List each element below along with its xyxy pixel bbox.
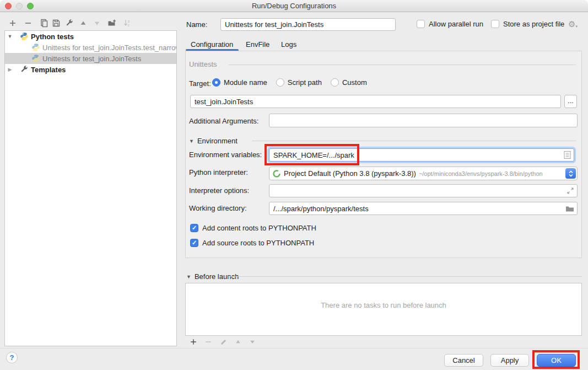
conda-environment-icon — [272, 169, 281, 178]
arrow-down-icon — [249, 339, 256, 345]
minimize-window-button[interactable] — [16, 3, 23, 9]
chevron-down-icon: ▼ — [7, 34, 13, 39]
move-down-button[interactable] — [91, 18, 103, 29]
checkbox-icon — [417, 20, 425, 28]
add-content-roots-checkbox[interactable]: Add content roots to PYTHONPATH — [190, 224, 316, 232]
save-icon — [52, 19, 61, 28]
svg-text:z: z — [128, 23, 130, 27]
move-up-button[interactable] — [77, 18, 89, 29]
store-as-project-file-checkbox[interactable]: Store as project file — [491, 20, 564, 28]
tree-item-python-tests[interactable]: ▼ Python tests — [5, 31, 176, 42]
new-folder-button[interactable] — [106, 18, 118, 29]
python-icon — [31, 54, 40, 63]
tab-configuration[interactable]: Configuration — [191, 39, 233, 50]
python-interpreter-value: Project Default (Python 3.8 (pyspark-3.8… — [284, 169, 416, 178]
target-input[interactable]: test_join.JoinTests — [190, 95, 561, 108]
allow-parallel-run-checkbox[interactable]: Allow parallel run — [417, 20, 483, 28]
save-configuration-button[interactable] — [50, 18, 62, 29]
python-icon — [20, 32, 29, 41]
interpreter-options-label: Interpreter options: — [189, 186, 249, 195]
edit-templates-button[interactable] — [63, 18, 75, 29]
tab-envfile[interactable]: EnvFile — [246, 39, 269, 50]
move-task-up-button[interactable] — [232, 337, 244, 347]
section-separator — [228, 276, 582, 277]
zoom-window-button[interactable] — [27, 3, 34, 9]
checkbox-checked-icon — [190, 239, 198, 247]
configuration-panel: Unittests Target: Module name Script pat… — [185, 51, 582, 258]
radio-module-name[interactable]: Module name — [212, 78, 267, 87]
radio-module-name-label: Module name — [224, 78, 267, 87]
expand-icon — [567, 187, 574, 195]
store-options-button[interactable]: ⚙▾ — [568, 20, 578, 29]
working-directory-label: Working directory: — [189, 204, 247, 212]
pencil-icon — [220, 338, 228, 346]
allow-parallel-run-label: Allow parallel run — [429, 20, 483, 28]
add-task-button[interactable] — [187, 337, 199, 347]
target-label: Target: — [189, 79, 211, 88]
tree-item-label: Unittests for test_join.JoinTests — [42, 55, 141, 63]
browse-target-button[interactable]: ... — [564, 95, 577, 108]
python-interpreter-label: Python interpreter: — [189, 168, 248, 176]
copy-configuration-button[interactable] — [38, 18, 50, 29]
additional-arguments-label: Additional Arguments: — [189, 117, 258, 125]
remove-configuration-button[interactable] — [22, 18, 34, 29]
radio-script-path-label: Script path — [288, 78, 322, 87]
minus-icon — [204, 338, 212, 346]
name-value: Unittests for test_join.JoinTests — [225, 20, 323, 29]
configurations-tree: ▼ Python tests Unittests for test_join.J… — [4, 30, 177, 346]
chevron-right-icon: ▶ — [7, 67, 13, 72]
add-configuration-button[interactable] — [7, 18, 19, 29]
radio-icon — [276, 78, 284, 87]
tree-item-label: Templates — [31, 66, 66, 74]
combo-stepper-button[interactable] — [565, 168, 576, 179]
expand-field-button[interactable] — [567, 187, 574, 195]
interpreter-options-input[interactable] — [269, 184, 578, 197]
edit-task-button[interactable] — [218, 337, 230, 347]
environment-section-header[interactable]: ▼ Environment — [189, 137, 238, 145]
gear-icon: ⚙ — [568, 19, 575, 29]
additional-arguments-input[interactable] — [269, 114, 578, 127]
up-down-chevrons-icon — [568, 170, 574, 178]
ok-button[interactable]: OK — [537, 354, 576, 367]
chevron-down-icon: ▼ — [186, 274, 191, 280]
wrench-icon — [20, 65, 29, 74]
run-debug-configurations-dialog: Run/Debug Configurations az ▼ Python tes… — [0, 0, 588, 370]
environment-variables-input[interactable]: SPARK_HOME=/.../spark — [269, 148, 574, 162]
unittests-section-label: Unittests — [189, 60, 217, 68]
add-content-roots-label: Add content roots to PYTHONPATH — [202, 224, 316, 232]
browse-variables-button[interactable] — [564, 151, 571, 159]
tree-item-unittests-test-narrow[interactable]: Unittests for test_join.JoinTests.test_n… — [5, 42, 176, 53]
before-launch-empty-message: There are no tasks to run before launch — [321, 301, 446, 309]
add-source-roots-checkbox[interactable]: Add source roots to PYTHONPATH — [190, 239, 314, 247]
tab-logs[interactable]: Logs — [281, 39, 296, 50]
environment-section-title: Environment — [197, 137, 238, 145]
before-launch-tasks-list[interactable]: There are no tasks to run before launch — [185, 283, 582, 336]
help-button[interactable]: ? — [6, 352, 18, 363]
apply-button[interactable]: Apply — [490, 354, 529, 367]
move-task-down-button[interactable] — [246, 337, 258, 347]
close-window-button[interactable] — [5, 3, 12, 9]
cancel-button[interactable]: Cancel — [444, 354, 483, 367]
radio-script-path[interactable]: Script path — [276, 78, 322, 87]
tree-item-templates[interactable]: ▶ Templates — [5, 64, 176, 75]
folder-icon — [565, 205, 574, 212]
browse-directory-button[interactable] — [565, 205, 574, 212]
arrow-up-icon — [79, 19, 87, 27]
radio-custom[interactable]: Custom — [331, 78, 367, 87]
working-directory-input[interactable]: /.../spark/python/pyspark/tests — [269, 202, 578, 215]
svg-text:a: a — [128, 19, 130, 23]
tree-item-label: Unittests for test_join.JoinTests.test_n… — [42, 44, 176, 52]
remove-task-button[interactable] — [202, 337, 214, 347]
caret-down-icon: ▾ — [575, 24, 578, 28]
python-interpreter-select[interactable]: Project Default (Python 3.8 (pyspark-3.8… — [269, 167, 578, 180]
tree-item-unittests-jointests-selected[interactable]: Unittests for test_join.JoinTests — [5, 53, 176, 64]
plus-icon — [190, 338, 197, 346]
sort-configurations-button[interactable]: az — [121, 18, 133, 29]
wrench-icon — [65, 19, 74, 28]
new-folder-icon — [107, 19, 116, 28]
sort-az-icon: az — [123, 19, 132, 28]
environment-variables-label: Environment variables: — [189, 151, 262, 159]
name-input[interactable]: Unittests for test_join.JoinTests — [220, 18, 396, 31]
python-interpreter-path: ~/opt/miniconda3/envs/pyspark-3.8/bin/py… — [419, 170, 543, 177]
tree-item-label: Python tests — [31, 33, 74, 41]
